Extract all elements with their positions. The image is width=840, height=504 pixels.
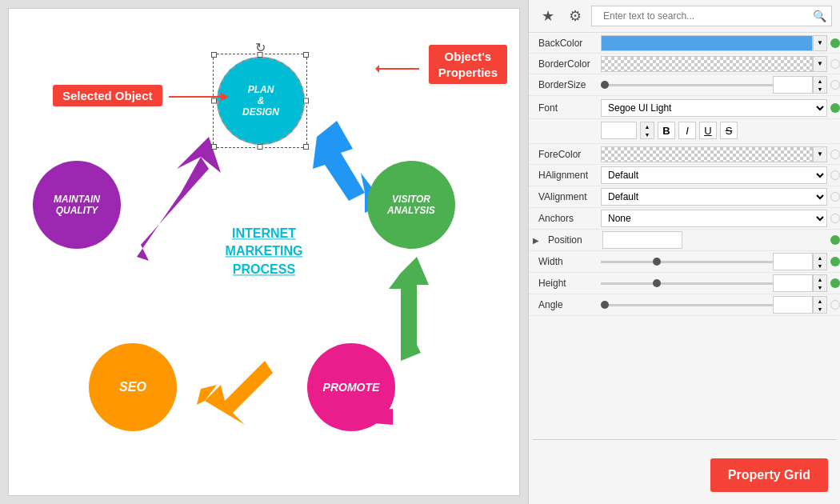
valignment-dropdown[interactable]: Default [601, 188, 827, 206]
bordersize-input[interactable]: 1 [773, 76, 813, 94]
toolbar: ★ ⚙ 🔍 [529, 0, 840, 33]
bordersize-stepper[interactable]: ▲ ▼ [813, 76, 827, 94]
bordercolor-value: ▼ [601, 56, 827, 72]
anchors-dropdown[interactable]: None [601, 210, 827, 227]
angle-thumb[interactable] [601, 301, 609, 309]
forecolor-label: ForeColor [529, 149, 601, 160]
bordercolor-label: BorderColor [529, 58, 601, 70]
forecolor-row: ForeColor ▼ [529, 144, 840, 165]
object-properties-label: Object'sProperties [429, 45, 507, 84]
italic-button[interactable]: I [678, 122, 696, 139]
bordersize-thumb[interactable] [601, 81, 609, 89]
font-size-stepper[interactable]: ▲ ▼ [640, 122, 654, 139]
font-label: Font [529, 102, 601, 114]
width-indicator [830, 257, 840, 266]
maintain-circle[interactable]: MAINTAINQUALITY [33, 161, 121, 249]
handle-ml[interactable] [211, 98, 217, 104]
backcolor-value: ▼ [601, 35, 827, 51]
position-expand[interactable]: ▶ [529, 236, 538, 245]
height-slider[interactable] [601, 282, 773, 285]
font-size-down[interactable]: ▼ [641, 130, 654, 138]
svg-marker-1 [177, 137, 221, 173]
svg-marker-0 [137, 157, 209, 261]
bordercolor-dropdown-arrow[interactable]: ▼ [813, 56, 827, 72]
bordersize-slider[interactable] [601, 84, 773, 86]
bordercolor-swatch[interactable] [601, 56, 813, 72]
property-grid-button[interactable]: Property Grid [710, 458, 828, 492]
selected-object-label: Selected Object [53, 85, 162, 106]
forecolor-indicator [830, 150, 840, 159]
handle-bm[interactable] [258, 144, 263, 150]
width-down[interactable]: ▼ [814, 262, 826, 270]
canvas-area[interactable]: INTERNET MARKETING PROCESS PLAN&DESIGN ↻… [8, 8, 520, 496]
obj-props-arrow [375, 57, 423, 81]
width-thumb[interactable] [653, 258, 661, 266]
handle-tl[interactable] [211, 52, 217, 58]
bold-button[interactable]: B [658, 122, 675, 139]
width-slider[interactable] [601, 261, 773, 263]
position-row: ▶ Position 249, 24 [529, 230, 840, 251]
bordersize-up[interactable]: ▲ [814, 77, 826, 85]
backcolor-swatch[interactable] [601, 35, 813, 51]
angle-input[interactable]: 0 [773, 296, 813, 314]
strikethrough-button[interactable]: S [720, 122, 738, 139]
height-down[interactable]: ▼ [814, 283, 826, 291]
handle-br[interactable] [303, 144, 309, 150]
bordersize-slider-track[interactable] [601, 84, 773, 86]
valignment-value: Default [601, 188, 827, 206]
right-panel: ★ ⚙ 🔍 BackColor ▼ BorderColor ▼ [528, 0, 840, 504]
font-size-up[interactable]: ▲ [641, 122, 654, 130]
position-indicator [830, 235, 840, 245]
underline-button[interactable]: U [699, 122, 717, 139]
height-thumb[interactable] [653, 279, 661, 287]
forecolor-dropdown-arrow[interactable]: ▼ [813, 146, 827, 162]
height-input[interactable]: 110 [773, 274, 813, 292]
valignment-row: VAlignment Default [529, 186, 840, 208]
left-panel: INTERNET MARKETING PROCESS PLAN&DESIGN ↻… [0, 0, 528, 504]
width-up[interactable]: ▲ [814, 254, 826, 262]
angle-down[interactable]: ▼ [814, 305, 826, 313]
anchors-value: None [601, 210, 827, 227]
halignment-label: HAlignment [529, 170, 601, 181]
search-input[interactable] [597, 7, 813, 25]
width-slider-track[interactable] [601, 261, 773, 263]
svg-marker-4 [389, 257, 429, 345]
star-icon[interactable]: ★ [537, 5, 559, 27]
halignment-dropdown[interactable]: Default [601, 166, 827, 184]
valignment-label: VAlignment [529, 191, 601, 202]
height-slider-track[interactable] [601, 282, 773, 285]
bordersize-down[interactable]: ▼ [814, 85, 826, 93]
position-input[interactable]: 249, 24 [602, 231, 682, 249]
forecolor-swatch[interactable] [601, 146, 813, 162]
angle-value: 0 ▲ ▼ [601, 296, 827, 314]
visitor-circle[interactable]: VISITORANALYSIS [367, 161, 455, 249]
valignment-indicator [830, 192, 840, 202]
svg-marker-13 [375, 65, 379, 73]
anchors-label: Anchors [529, 213, 601, 224]
bordersize-value: 1 ▲ ▼ [601, 76, 827, 94]
angle-slider-track[interactable] [601, 304, 773, 306]
center-text: INTERNET MARKETING PROCESS [226, 225, 303, 278]
search-bar[interactable]: 🔍 [591, 6, 832, 26]
height-up[interactable]: ▲ [814, 275, 826, 283]
seo-circle[interactable]: SEO [89, 343, 177, 431]
rotate-handle[interactable]: ↻ [255, 40, 266, 55]
search-icon: 🔍 [813, 10, 826, 22]
angle-up[interactable]: ▲ [814, 297, 826, 305]
plan-circle[interactable]: PLAN&DESIGN [217, 57, 305, 145]
handle-tr[interactable] [303, 52, 309, 58]
height-stepper[interactable]: ▲ ▼ [813, 274, 827, 292]
width-input[interactable]: 110 [773, 253, 813, 270]
angle-stepper[interactable]: ▲ ▼ [813, 296, 827, 314]
gear-icon[interactable]: ⚙ [564, 5, 586, 27]
angle-indicator [830, 300, 840, 310]
width-stepper[interactable]: ▲ ▼ [813, 253, 827, 270]
anchors-row: Anchors None [529, 208, 840, 230]
font-size-input[interactable]: 14 [601, 122, 637, 139]
handle-bl[interactable] [211, 144, 217, 150]
promote-circle[interactable]: PROMOTE [307, 343, 395, 431]
backcolor-dropdown-arrow[interactable]: ▼ [813, 35, 827, 51]
font-name-dropdown[interactable]: Segoe UI Light [601, 99, 827, 117]
angle-slider[interactable] [601, 304, 773, 306]
height-value: 110 ▲ ▼ [601, 274, 827, 292]
